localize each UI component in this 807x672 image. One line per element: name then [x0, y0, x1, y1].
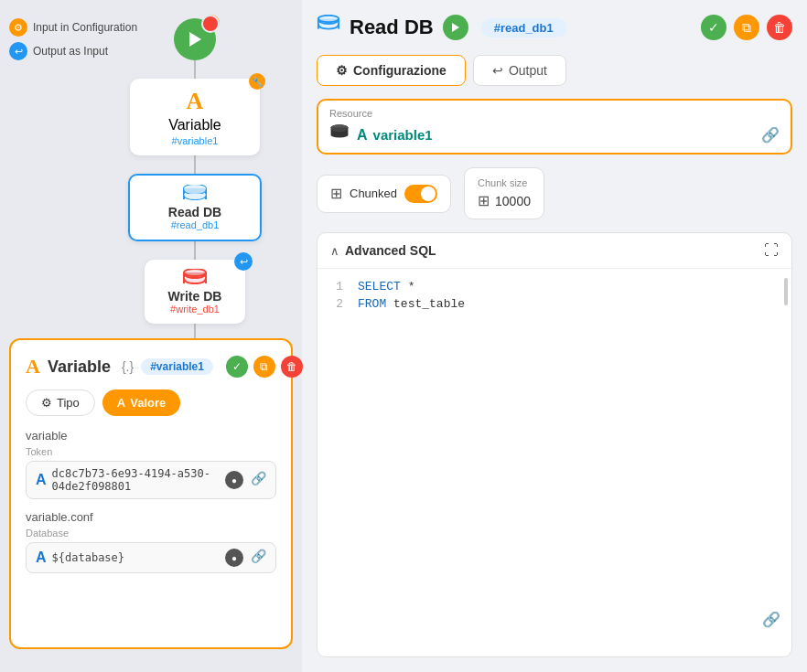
chunk-size-value-row: ⊞ 10000 — [478, 192, 531, 209]
variable-card-id[interactable]: #variable1 — [141, 358, 213, 375]
play-button[interactable]: 🔧 — [174, 18, 216, 60]
write-db-node[interactable]: Write DB #write_db1 ↩ — [145, 260, 245, 324]
write-db-node-icon — [182, 269, 208, 289]
right-header-actions: ✓ ⧉ 🗑 — [701, 15, 792, 40]
sql-line-content-1: SELECT * — [358, 280, 414, 293]
chunked-grid-icon: ⊞ — [330, 185, 342, 202]
resource-label: Resource — [329, 108, 780, 119]
left-panel: ⚙ Input in Configuration ↩ Output as Inp… — [0, 0, 302, 672]
write-db-name: Write DB — [168, 289, 222, 304]
chunked-item: ⊞ Chunked — [317, 175, 451, 213]
variable-node-icon: A — [187, 88, 204, 115]
variable-section-label: variable — [26, 429, 276, 443]
sql-line-num-2: 2 — [330, 297, 343, 311]
variable-card-icon: A — [26, 355, 40, 379]
config-tab-label: Configurazione — [353, 63, 447, 78]
variable-delete-button[interactable]: 🗑 — [281, 356, 303, 378]
variable-token-a-icon: A — [36, 472, 47, 488]
variable-node-name: Variable — [145, 115, 245, 135]
resource-link-icon[interactable]: 🔗 — [761, 126, 780, 144]
sql-from-keyword: FROM — [358, 297, 386, 311]
chunked-toggle[interactable] — [404, 185, 437, 203]
variable-database-link-btn[interactable]: 🔗 — [251, 549, 266, 567]
read-db-node[interactable]: Read DB #read_db1 — [128, 174, 262, 241]
legend-output: ↩ Output as Input — [9, 42, 137, 60]
tipo-tab-icon: ⚙ — [41, 396, 52, 410]
sql-line-1: 1 SELECT * — [330, 280, 779, 293]
read-db-name: Read DB — [145, 205, 245, 219]
resource-row: A variable1 🔗 — [329, 124, 780, 145]
sql-select-keyword: SELECT — [358, 280, 401, 293]
variable-token-link-btn[interactable]: 🔗 — [251, 471, 266, 489]
tab-tipo[interactable]: ⚙ Tipo — [26, 389, 95, 416]
tipo-tab-label: Tipo — [57, 396, 80, 410]
connector-2 — [194, 155, 196, 174]
svg-marker-7 — [452, 23, 459, 32]
sql-expand-icon[interactable]: ⛶ — [764, 242, 779, 259]
chunked-label: Chunked — [350, 187, 397, 200]
right-confirm-button[interactable]: ✓ — [701, 15, 726, 40]
sql-line-2: 2 FROM test_table — [330, 297, 779, 311]
sql-body[interactable]: 1 SELECT * 2 FROM test_table 🔗 — [317, 269, 791, 656]
svg-marker-0 — [189, 32, 201, 47]
chunk-size-label: Chunk size — [478, 177, 531, 188]
input-config-icon: ⚙ — [9, 18, 27, 37]
right-header: Read DB #read_db1 ✓ ⧉ 🗑 — [317, 15, 792, 40]
right-tabs: ⚙ Configurazione ↩ Output — [317, 55, 792, 86]
variable-database-sub: Database — [26, 528, 276, 539]
wrench-badge: 🔧 — [203, 15, 220, 31]
variable-confirm-button[interactable]: ✓ — [226, 356, 248, 378]
valore-tab-icon: A — [117, 396, 125, 410]
advanced-sql-section: ∧ Advanced SQL ⛶ 1 SELECT * 2 FROM test_… — [317, 232, 792, 657]
connector-1 — [194, 60, 196, 79]
resource-db-icon — [329, 124, 350, 145]
variable-database-circle-btn[interactable]: ● — [225, 549, 243, 567]
variable-database-input-row[interactable]: A ${database} ● 🔗 — [26, 542, 276, 573]
right-delete-button[interactable]: 🗑 — [767, 15, 792, 40]
right-header-title: Read DB — [350, 16, 434, 39]
connector-3 — [194, 241, 196, 260]
variable-copy-button[interactable]: ⧉ — [253, 356, 275, 378]
legend: ⚙ Input in Configuration ↩ Output as Inp… — [9, 18, 137, 60]
sql-chevron-icon[interactable]: ∧ — [330, 244, 339, 258]
resource-a-icon: A — [357, 127, 368, 144]
variable-card-header: A Variable {.} #variable1 ✓ ⧉ 🗑 — [26, 355, 276, 379]
right-play-button[interactable] — [443, 15, 468, 40]
write-db-tag: #write_db1 — [170, 304, 220, 315]
read-db-header-icon — [317, 15, 340, 40]
output-tab-icon: ↩ — [492, 63, 503, 78]
variable-card-actions: ✓ ⧉ 🗑 — [226, 356, 303, 378]
resource-name-row: A variable1 — [357, 127, 754, 144]
read-db-tag: #read_db1 — [171, 219, 220, 230]
variable-card: A Variable {.} #variable1 ✓ ⧉ 🗑 ⚙ Tipo A… — [9, 338, 293, 649]
valore-tab-label: Valore — [130, 396, 166, 410]
input-config-label: Input in Configuration — [33, 21, 137, 34]
right-id-badge[interactable]: #read_db1 — [481, 18, 566, 37]
tab-configurazione[interactable]: ⚙ Configurazione — [317, 55, 466, 86]
variable-card-title: Variable — [48, 357, 111, 377]
sql-title: Advanced SQL — [345, 243, 764, 258]
flow-canvas: 🔧 A Variable #variable1 🔧 — [128, 18, 262, 382]
legend-input: ⚙ Input in Configuration — [9, 18, 137, 37]
variable-node[interactable]: A Variable #variable1 🔧 — [130, 79, 260, 155]
right-panel: Read DB #read_db1 ✓ ⧉ 🗑 ⚙ Configurazione… — [302, 0, 807, 672]
variable-database-actions: ● 🔗 — [225, 549, 266, 567]
variable-conf-section-label: variable.conf — [26, 510, 276, 524]
sql-link-icon[interactable]: 🔗 — [762, 611, 780, 629]
variable-token-input-row[interactable]: A dc8c7b73-6e93-4194-a530-04de2f098801 ●… — [26, 461, 276, 499]
variable-token-circle-btn[interactable]: ● — [225, 471, 243, 489]
variable-database-a-icon: A — [36, 549, 47, 566]
tab-valore[interactable]: A Valore — [102, 389, 180, 416]
sql-line-num-1: 1 — [330, 280, 343, 293]
right-copy-button[interactable]: ⧉ — [734, 15, 759, 40]
read-db-node-icon — [182, 185, 208, 205]
tab-output[interactable]: ↩ Output — [473, 55, 566, 86]
chunk-size-item: Chunk size ⊞ 10000 — [464, 167, 544, 219]
variable-card-tabs: ⚙ Tipo A Valore — [26, 389, 276, 416]
output-as-input-icon: ↩ — [9, 42, 27, 60]
variable-database-value: ${database} — [52, 551, 220, 564]
variable-token-actions: ● 🔗 — [225, 471, 266, 489]
chunk-size-grid-icon: ⊞ — [478, 192, 490, 209]
variable-token-value: dc8c7b73-6e93-4194-a530-04de2f098801 — [52, 467, 220, 493]
sql-scrollbar[interactable] — [784, 278, 788, 305]
